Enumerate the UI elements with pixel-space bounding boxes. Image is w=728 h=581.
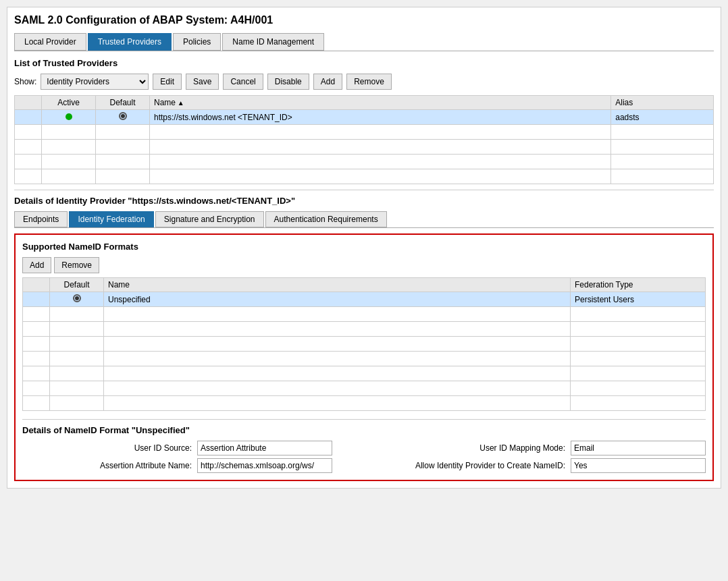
page-title: SAML 2.0 Configuration of ABAP System: A…: [14, 14, 714, 26]
trusted-providers-title: List of Trusted Providers: [14, 58, 714, 68]
user-id-mapping-mode-label: User ID Mapping Mode:: [338, 443, 565, 453]
th-default: Default: [96, 96, 150, 110]
default-radio: [119, 112, 127, 120]
table-row[interactable]: https://sts.windows.net <TENANT_ID> aads…: [15, 110, 714, 125]
tab-identity-federation[interactable]: Identity Federation: [69, 211, 153, 227]
nameid-empty-2: [23, 322, 706, 337]
nameid-table: Default Name Federation Type Unspecified…: [22, 277, 706, 411]
row-active: [42, 110, 96, 125]
th-selector: [15, 96, 42, 110]
cancel-button[interactable]: Cancel: [223, 74, 263, 90]
assertion-attribute-name-label: Assertion Attribute Name:: [22, 461, 192, 470]
table-row-empty-3: [15, 155, 714, 169]
row-name: https://sts.windows.net <TENANT_ID>: [150, 110, 611, 125]
nth-federation-type: Federation Type: [571, 278, 706, 292]
detail-tab-bar: Endpoints Identity Federation Signature …: [14, 211, 714, 228]
tab-authentication-requirements[interactable]: Authentication Requirements: [265, 211, 387, 227]
th-name: Name: [150, 96, 611, 110]
nameid-table-wrap: Default Name Federation Type Unspecified…: [22, 277, 706, 411]
identity-provider-detail: Details of Identity Provider "https://st…: [14, 196, 714, 481]
show-label: Show:: [14, 77, 36, 86]
save-button[interactable]: Save: [186, 74, 219, 90]
tab-local-provider[interactable]: Local Provider: [14, 33, 86, 51]
tab-endpoints[interactable]: Endpoints: [14, 211, 68, 227]
edit-button[interactable]: Edit: [153, 74, 182, 90]
nameid-empty-7: [23, 396, 706, 411]
nameid-add-button[interactable]: Add: [22, 257, 51, 273]
nameid-row-federation-type: Persistent Users: [571, 292, 706, 307]
nameid-format-form: User ID Source: User ID Mapping Mode: As…: [22, 441, 706, 473]
nameid-row-default: [50, 292, 104, 307]
nth-default: Default: [50, 278, 104, 292]
table-row-empty-1: [15, 125, 714, 140]
tab-trusted-providers[interactable]: Trusted Providers: [88, 33, 172, 51]
trusted-providers-table: Active Default Name Alias https://sts.wi…: [14, 95, 714, 184]
allow-create-label: Allow Identity Provider to Create NameID…: [338, 461, 565, 470]
trusted-providers-section: List of Trusted Providers Show: Identity…: [14, 58, 714, 184]
th-alias: Alias: [611, 96, 714, 110]
nameid-toolbar: Add Remove: [22, 257, 706, 273]
identity-provider-detail-title: Details of Identity Provider "https://st…: [14, 196, 714, 206]
nameid-section: Supported NameID Formats Add Remove Defa…: [14, 233, 714, 481]
row-alias: aadsts: [611, 110, 714, 125]
nameid-format-detail-title: Details of NameID Format "Unspecified": [22, 425, 706, 435]
nth-selector: [23, 278, 50, 292]
nameid-section-title: Supported NameID Formats: [22, 242, 706, 252]
tab-name-id-management[interactable]: Name ID Management: [222, 33, 324, 51]
show-dropdown[interactable]: Identity Providers: [41, 74, 149, 90]
nameid-format-detail: Details of NameID Format "Unspecified" U…: [22, 419, 706, 473]
tab-signature-encryption[interactable]: Signature and Encryption: [155, 211, 264, 227]
user-id-source-label: User ID Source:: [22, 443, 192, 453]
nameid-default-radio: [73, 294, 81, 302]
nameid-table-row[interactable]: Unspecified Persistent Users: [23, 292, 706, 307]
nameid-empty-1: [23, 307, 706, 322]
table-row-empty-2: [15, 140, 714, 155]
tab-policies[interactable]: Policies: [173, 33, 221, 51]
table-row-empty-4: [15, 169, 714, 184]
nameid-empty-4: [23, 352, 706, 366]
trusted-providers-toolbar: Show: Identity Providers Edit Save Cance…: [14, 74, 714, 90]
remove-button[interactable]: Remove: [346, 74, 392, 90]
assertion-attribute-name-input[interactable]: [197, 458, 332, 473]
user-id-source-input[interactable]: [197, 441, 332, 455]
add-button[interactable]: Add: [313, 74, 342, 90]
nameid-empty-3: [23, 337, 706, 352]
top-tab-bar: Local Provider Trusted Providers Policie…: [14, 33, 714, 51]
nameid-empty-5: [23, 366, 706, 381]
nth-name: Name: [104, 278, 571, 292]
nameid-row-selector: [23, 292, 50, 307]
th-active: Active: [42, 96, 96, 110]
nameid-row-name: Unspecified: [104, 292, 571, 307]
row-default: [96, 110, 150, 125]
user-id-mapping-mode-input[interactable]: [571, 441, 706, 455]
nameid-remove-button[interactable]: Remove: [54, 257, 99, 273]
disable-button[interactable]: Disable: [267, 74, 309, 90]
active-dot: [66, 113, 72, 120]
nameid-empty-6: [23, 381, 706, 396]
allow-create-input[interactable]: [571, 458, 706, 473]
row-selector: [15, 110, 42, 125]
